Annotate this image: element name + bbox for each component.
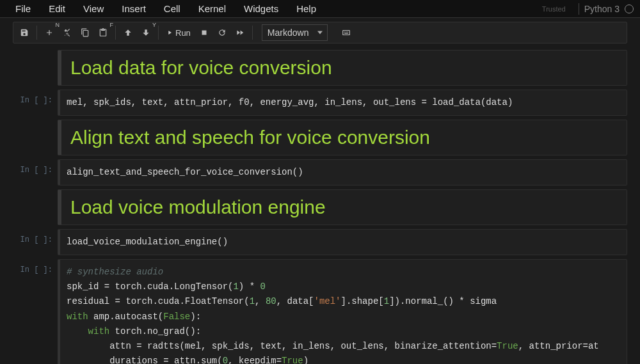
code-cell[interactable]: In [ ]: mel, spk_ids, text, attn_prior, … bbox=[13, 90, 627, 116]
plus-icon bbox=[45, 28, 54, 37]
stop-icon bbox=[200, 28, 209, 37]
code-cell[interactable]: In [ ]: # synthesize audio spk_id = torc… bbox=[13, 259, 627, 364]
markdown-heading: Align text and speech for voice conversi… bbox=[70, 127, 618, 148]
cell-prompt: In [ ]: bbox=[13, 159, 58, 186]
cell-body: load_voice_modulation_engine() bbox=[58, 229, 627, 255]
save-button[interactable] bbox=[16, 24, 33, 41]
refresh-icon bbox=[218, 28, 227, 37]
command-palette-button[interactable] bbox=[338, 24, 355, 41]
fast-forward-icon bbox=[236, 28, 244, 37]
run-button[interactable]: Run bbox=[163, 24, 195, 41]
celltype-select-wrap: Markdown bbox=[257, 24, 328, 41]
play-icon bbox=[166, 29, 173, 36]
menu-file[interactable]: File bbox=[6, 1, 40, 17]
keyboard-icon bbox=[342, 28, 351, 37]
menu-kernel[interactable]: Kernel bbox=[189, 1, 235, 17]
code-content[interactable]: mel, spk_ids, text, attn_prior, f0, ener… bbox=[67, 95, 620, 110]
code-cell[interactable]: In [ ]: load_voice_modulation_engine() bbox=[13, 229, 627, 255]
markdown-heading: Load voice modulation engine bbox=[70, 196, 618, 218]
cut-button[interactable] bbox=[59, 24, 76, 41]
save-icon bbox=[20, 28, 29, 37]
arrow-down-icon bbox=[141, 28, 150, 37]
markdown-heading: Load data for voice conversion bbox=[70, 57, 618, 79]
menu-help[interactable]: Help bbox=[287, 1, 325, 17]
scissors-icon bbox=[63, 28, 72, 37]
restart-run-all-button[interactable] bbox=[232, 24, 248, 41]
kernel-status-icon bbox=[625, 4, 634, 13]
cell-body: Load voice modulation engine bbox=[58, 189, 627, 225]
shortcut-hint: Y bbox=[152, 22, 156, 28]
arrow-up-icon bbox=[124, 28, 132, 37]
paste-icon bbox=[99, 28, 108, 37]
cell-body: Load data for voice conversion bbox=[58, 50, 627, 86]
move-down-button[interactable]: Y bbox=[138, 24, 154, 41]
menu-edit[interactable]: Edit bbox=[40, 1, 74, 17]
code-content[interactable]: align_text_and_speech_for_voice_conversi… bbox=[67, 165, 620, 180]
add-cell-button[interactable]: N bbox=[41, 24, 58, 41]
markdown-cell[interactable]: Align text and speech for voice conversi… bbox=[13, 120, 627, 155]
kernel-name: Python 3 bbox=[584, 4, 620, 14]
cell-body: # synthesize audio spk_id = torch.cuda.L… bbox=[58, 259, 627, 364]
notebook: Load data for voice conversion In [ ]: m… bbox=[0, 47, 640, 364]
restart-button[interactable] bbox=[214, 24, 230, 41]
celltype-select[interactable]: Markdown bbox=[262, 24, 328, 41]
cell-prompt: In [ ]: bbox=[13, 229, 58, 255]
menu-view[interactable]: View bbox=[74, 1, 113, 17]
code-content[interactable]: load_voice_modulation_engine() bbox=[67, 235, 620, 249]
cell-body: mel, spk_ids, text, attn_prior, f0, ener… bbox=[58, 90, 627, 116]
copy-button[interactable] bbox=[77, 24, 93, 41]
cell-body: Align text and speech for voice conversi… bbox=[58, 120, 627, 155]
markdown-cell[interactable]: Load voice modulation engine bbox=[13, 189, 627, 225]
menu-cell[interactable]: Cell bbox=[155, 1, 189, 17]
shortcut-hint: F bbox=[110, 22, 114, 28]
paste-button[interactable]: F bbox=[95, 24, 111, 41]
menu-widgets[interactable]: Widgets bbox=[235, 1, 287, 17]
separator bbox=[579, 3, 579, 15]
interrupt-button[interactable] bbox=[196, 24, 212, 41]
code-content[interactable]: # synthesize audio spk_id = torch.cuda.L… bbox=[67, 265, 620, 364]
run-label: Run bbox=[175, 28, 191, 38]
menubar: File Edit View Insert Cell Kernel Widget… bbox=[0, 0, 640, 18]
kernel-indicator[interactable]: Python 3 bbox=[584, 4, 634, 14]
trusted-indicator: Trusted bbox=[542, 5, 566, 13]
cell-prompt: In [ ]: bbox=[13, 259, 58, 364]
cell-body: align_text_and_speech_for_voice_conversi… bbox=[58, 159, 627, 186]
menu-insert[interactable]: Insert bbox=[113, 1, 155, 17]
code-cell[interactable]: In [ ]: align_text_and_speech_for_voice_… bbox=[13, 159, 627, 186]
markdown-cell[interactable]: Load data for voice conversion bbox=[13, 50, 627, 86]
move-up-button[interactable] bbox=[120, 24, 136, 41]
toolbar: N F Y Run bbox=[13, 22, 627, 44]
cell-prompt: In [ ]: bbox=[13, 90, 58, 116]
copy-icon bbox=[81, 28, 90, 37]
